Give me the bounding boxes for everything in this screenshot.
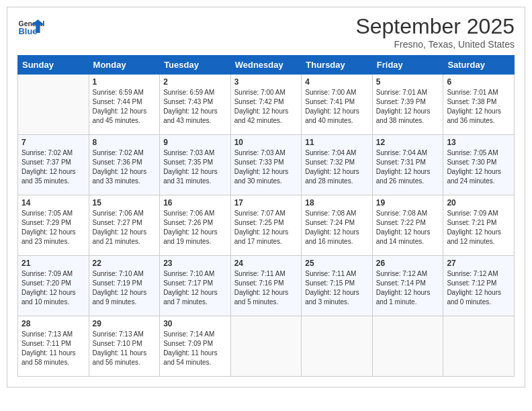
calendar-cell: 14Sunrise: 7:05 AMSunset: 7:29 PMDayligh… [18,195,89,256]
calendar-cell: 9Sunrise: 7:03 AMSunset: 7:35 PMDaylight… [160,135,231,195]
day-number: 12 [376,138,440,147]
day-number: 23 [163,259,227,268]
day-number: 8 [93,138,157,147]
cell-info: Sunrise: 7:09 AMSunset: 7:21 PMDaylight:… [447,209,511,246]
day-number: 26 [376,259,440,268]
calendar-cell: 15Sunrise: 7:06 AMSunset: 7:27 PMDayligh… [89,195,160,256]
day-number: 24 [234,259,298,268]
calendar-cell: 28Sunrise: 7:13 AMSunset: 7:11 PMDayligh… [18,316,89,377]
calendar-cell: 10Sunrise: 7:03 AMSunset: 7:33 PMDayligh… [230,135,302,195]
day-number: 13 [447,138,511,147]
header-day-monday: Monday [89,56,160,75]
day-number: 19 [376,198,440,208]
calendar-week-1: 1Sunrise: 6:59 AMSunset: 7:44 PMDaylight… [18,75,515,135]
calendar-cell: 21Sunrise: 7:09 AMSunset: 7:20 PMDayligh… [18,256,89,316]
svg-text:Blue: Blue [19,26,38,36]
day-number: 17 [234,198,298,208]
day-number: 4 [305,77,369,87]
header-day-friday: Friday [372,56,443,75]
cell-info: Sunrise: 7:04 AMSunset: 7:32 PMDaylight:… [305,148,369,186]
calendar-cell: 4Sunrise: 7:00 AMSunset: 7:41 PMDaylight… [302,75,373,135]
day-number: 5 [376,77,440,87]
header-day-saturday: Saturday [443,56,515,75]
calendar-cell: 20Sunrise: 7:09 AMSunset: 7:21 PMDayligh… [443,195,515,256]
cell-info: Sunrise: 7:03 AMSunset: 7:33 PMDaylight:… [234,148,298,186]
calendar-table: SundayMondayTuesdayWednesdayThursdayFrid… [17,55,515,377]
month-title: September 2025 [355,14,515,39]
calendar-cell [18,75,89,135]
calendar-cell: 13Sunrise: 7:05 AMSunset: 7:30 PMDayligh… [443,135,515,195]
calendar-body: 1Sunrise: 6:59 AMSunset: 7:44 PMDaylight… [18,75,515,377]
logo-icon: General Blue [17,14,44,41]
day-number: 21 [21,259,85,268]
cell-info: Sunrise: 7:10 AMSunset: 7:19 PMDaylight:… [93,269,157,307]
cell-info: Sunrise: 7:14 AMSunset: 7:09 PMDaylight:… [163,330,227,367]
logo: General Blue [17,14,47,41]
cell-info: Sunrise: 7:03 AMSunset: 7:35 PMDaylight:… [163,148,227,186]
cell-info: Sunrise: 7:01 AMSunset: 7:38 PMDaylight:… [447,88,511,126]
cell-info: Sunrise: 7:13 AMSunset: 7:11 PMDaylight:… [21,330,85,367]
calendar-cell: 26Sunrise: 7:12 AMSunset: 7:14 PMDayligh… [372,256,443,316]
header: General Blue September 2025 Fresno, Texa… [17,14,515,50]
day-number: 6 [447,77,511,87]
cell-info: Sunrise: 7:01 AMSunset: 7:39 PMDaylight:… [376,88,440,126]
calendar-cell: 27Sunrise: 7:12 AMSunset: 7:12 PMDayligh… [443,256,515,316]
cell-info: Sunrise: 7:10 AMSunset: 7:17 PMDaylight:… [163,269,227,307]
day-number: 28 [21,319,85,328]
calendar-cell: 8Sunrise: 7:02 AMSunset: 7:36 PMDaylight… [89,135,160,195]
location: Fresno, Texas, United States [355,39,515,50]
day-number: 27 [447,259,511,268]
calendar-cell: 7Sunrise: 7:02 AMSunset: 7:37 PMDaylight… [18,135,89,195]
day-number: 10 [234,138,298,147]
day-number: 18 [305,198,369,208]
calendar-header-row: SundayMondayTuesdayWednesdayThursdayFrid… [18,56,515,75]
cell-info: Sunrise: 7:12 AMSunset: 7:12 PMDaylight:… [447,269,511,307]
day-number: 1 [93,77,157,87]
cell-info: Sunrise: 7:00 AMSunset: 7:41 PMDaylight:… [305,88,369,126]
day-number: 16 [163,198,227,208]
calendar-cell: 19Sunrise: 7:08 AMSunset: 7:22 PMDayligh… [372,195,443,256]
header-day-thursday: Thursday [302,56,373,75]
cell-info: Sunrise: 7:06 AMSunset: 7:27 PMDaylight:… [93,209,157,246]
cell-info: Sunrise: 7:04 AMSunset: 7:31 PMDaylight:… [376,148,440,186]
calendar-week-4: 21Sunrise: 7:09 AMSunset: 7:20 PMDayligh… [18,256,515,316]
day-number: 20 [447,198,511,208]
calendar-cell: 5Sunrise: 7:01 AMSunset: 7:39 PMDaylight… [372,75,443,135]
day-number: 25 [305,259,369,268]
cell-info: Sunrise: 7:05 AMSunset: 7:29 PMDaylight:… [21,209,85,246]
cell-info: Sunrise: 7:11 AMSunset: 7:16 PMDaylight:… [234,269,298,307]
calendar-cell: 25Sunrise: 7:11 AMSunset: 7:15 PMDayligh… [302,256,373,316]
cell-info: Sunrise: 6:59 AMSunset: 7:44 PMDaylight:… [93,88,157,126]
cell-info: Sunrise: 7:02 AMSunset: 7:36 PMDaylight:… [93,148,157,186]
title-block: September 2025 Fresno, Texas, United Sta… [355,14,515,50]
cell-info: Sunrise: 7:08 AMSunset: 7:24 PMDaylight:… [305,209,369,246]
day-number: 2 [163,77,227,87]
calendar-cell: 29Sunrise: 7:13 AMSunset: 7:10 PMDayligh… [89,316,160,377]
calendar-cell: 30Sunrise: 7:14 AMSunset: 7:09 PMDayligh… [160,316,231,377]
day-number: 30 [163,319,227,328]
day-number: 22 [93,259,157,268]
calendar-cell: 16Sunrise: 7:06 AMSunset: 7:26 PMDayligh… [160,195,231,256]
day-number: 7 [21,138,85,147]
cell-info: Sunrise: 7:00 AMSunset: 7:42 PMDaylight:… [234,88,298,126]
cell-info: Sunrise: 7:06 AMSunset: 7:26 PMDaylight:… [163,209,227,246]
day-number: 14 [21,198,85,208]
cell-info: Sunrise: 7:11 AMSunset: 7:15 PMDaylight:… [305,269,369,307]
calendar-week-2: 7Sunrise: 7:02 AMSunset: 7:37 PMDaylight… [18,135,515,195]
day-number: 15 [93,198,157,208]
cell-info: Sunrise: 7:09 AMSunset: 7:20 PMDaylight:… [21,269,85,307]
calendar-cell: 23Sunrise: 7:10 AMSunset: 7:17 PMDayligh… [160,256,231,316]
calendar-cell: 24Sunrise: 7:11 AMSunset: 7:16 PMDayligh… [230,256,302,316]
calendar-cell [443,316,515,377]
calendar-cell: 11Sunrise: 7:04 AMSunset: 7:32 PMDayligh… [302,135,373,195]
calendar-cell [302,316,373,377]
cell-info: Sunrise: 7:07 AMSunset: 7:25 PMDaylight:… [234,209,298,246]
calendar-cell: 12Sunrise: 7:04 AMSunset: 7:31 PMDayligh… [372,135,443,195]
cell-info: Sunrise: 7:12 AMSunset: 7:14 PMDaylight:… [376,269,440,307]
day-number: 3 [234,77,298,87]
cell-info: Sunrise: 7:13 AMSunset: 7:10 PMDaylight:… [93,330,157,367]
cell-info: Sunrise: 7:08 AMSunset: 7:22 PMDaylight:… [376,209,440,246]
day-number: 11 [305,138,369,147]
calendar-cell: 1Sunrise: 6:59 AMSunset: 7:44 PMDaylight… [89,75,160,135]
calendar-cell: 18Sunrise: 7:08 AMSunset: 7:24 PMDayligh… [302,195,373,256]
